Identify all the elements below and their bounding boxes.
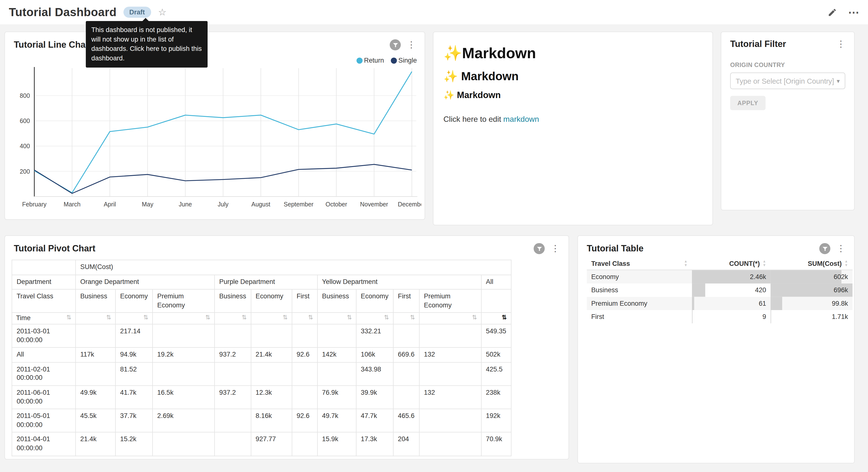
origin-country-label: ORIGIN COUNTRY — [730, 61, 845, 68]
kebab-menu-icon[interactable]: ⋮ — [550, 244, 561, 253]
pivot-row-label: 2011-06-01 00:00:00 — [12, 386, 75, 409]
cell-value: 1.71k — [832, 313, 848, 320]
column-label: SUM(Cost) — [808, 260, 842, 268]
th-inner: COUNT(*)▲▼ — [696, 260, 766, 268]
caret-down-icon: ▼ — [684, 264, 687, 267]
kebab-menu-icon[interactable]: ⋮ — [835, 40, 846, 49]
pivot-col-header: Economy — [115, 289, 153, 313]
pivot-col-header: Business — [75, 289, 115, 313]
caret-down-icon: ▼ — [844, 264, 848, 267]
kebab-menu-icon[interactable]: ⋮ — [835, 244, 846, 253]
markdown-h2: ✨ Markdown — [443, 70, 703, 83]
pivot-cell — [251, 324, 292, 348]
kebab-menu-icon[interactable]: ⋮ — [406, 40, 417, 49]
card-tutorial-table: Tutorial Table ⋮ Travel Class▲▼COUNT(*)▲… — [577, 235, 855, 464]
table-col-header-travel-class[interactable]: Travel Class▲▼ — [587, 258, 692, 270]
svg-text:April: April — [104, 201, 116, 208]
value-bar — [770, 310, 771, 323]
pivot-cell: 21.4k — [251, 348, 292, 362]
pivot-sort-icon[interactable]: ⇅ — [472, 314, 477, 322]
pivot-cell — [153, 432, 215, 456]
legend-item-single[interactable]: Single — [391, 57, 417, 64]
pivot-cell: 238k — [481, 386, 511, 409]
sort-carets-icon[interactable]: ▲▼ — [844, 260, 848, 267]
table-cell-sum: 99.8k — [770, 296, 852, 309]
pivot-cell: 15.2k — [115, 432, 153, 456]
edit-pencil-icon[interactable] — [828, 7, 837, 17]
pivot-cell: 332.21 — [356, 324, 393, 348]
pivot-cell — [292, 324, 317, 348]
svg-text:December: December — [398, 201, 421, 208]
markdown-paragraph: Click here to edit markdown — [443, 115, 703, 123]
pivot-sort-icon[interactable]: ⇅ — [384, 314, 389, 322]
value-bar — [770, 296, 782, 309]
legend-label: Single — [398, 57, 417, 64]
legend-item-return[interactable]: Return — [356, 57, 384, 64]
pivot-sort-icon[interactable]: ⇅ — [106, 314, 111, 322]
pivot-group-header: Yellow Department — [317, 275, 481, 289]
pivot-cell: 15.9k — [317, 432, 356, 456]
cross-filter-icon[interactable] — [390, 39, 401, 50]
pivot-cell — [317, 362, 356, 386]
pivot-row: 2011-03-01 00:00:00217.14332.21549.35 — [12, 324, 511, 348]
pivot-cell — [393, 362, 419, 386]
apply-button[interactable]: APPLY — [730, 96, 765, 110]
pivot-row: All117k94.9k19.2k937.221.4k92.6142k106k6… — [12, 348, 511, 362]
pivot-cell: 142k — [317, 348, 356, 362]
cross-filter-icon[interactable] — [533, 243, 545, 254]
pivot-cell: 549.35 — [481, 324, 511, 348]
pivot-cell — [292, 432, 317, 456]
pivot-sort-cell: ⇅ — [115, 313, 153, 324]
svg-text:June: June — [179, 201, 192, 208]
draft-badge[interactable]: Draft — [123, 7, 151, 18]
pivot-sort-icon[interactable]: ⇅ — [502, 314, 507, 322]
table-col-header-sum-cost[interactable]: SUM(Cost)▲▼ — [770, 258, 852, 270]
pivot-sort-icon[interactable]: ⇅ — [283, 314, 288, 322]
pivot-cell: 92.6 — [292, 409, 317, 432]
pivot-cell: 47.7k — [356, 409, 393, 432]
origin-country-select[interactable]: Type or Select [Origin Country] ▾ — [730, 72, 845, 89]
pivot-cell — [251, 362, 292, 386]
cross-filter-icon[interactable] — [819, 243, 830, 254]
pivot-sort-icon[interactable]: ⇅ — [410, 314, 415, 322]
header-more-icon[interactable]: ⋯ — [848, 7, 859, 18]
pivot-row-label: 2011-02-01 00:00:00 — [12, 362, 75, 386]
pivot-sort-icon[interactable]: ⇅ — [308, 314, 313, 322]
table-col-header-count[interactable]: COUNT(*)▲▼ — [692, 258, 770, 270]
cell-value: 9 — [763, 313, 766, 320]
publish-tooltip: This dashboard is not published, it will… — [86, 21, 208, 67]
svg-text:November: November — [360, 201, 388, 208]
pivot-sort-icon[interactable]: ⇅ — [206, 314, 211, 322]
pivot-col-header: Premium Economy — [419, 289, 482, 313]
sort-carets-icon[interactable]: ▲▼ — [763, 260, 766, 267]
pivot-cell — [214, 432, 251, 456]
line-chart-title: Tutorial Line Chart — [14, 40, 92, 50]
pivot-sort-cell: ⇅ — [214, 313, 251, 324]
markdown-edit-link[interactable]: markdown — [503, 115, 539, 123]
value-bar — [692, 283, 705, 296]
pivot-sort-cell: ⇅ — [356, 313, 393, 324]
sort-carets-icon[interactable]: ▲▼ — [684, 260, 687, 267]
table-cell-travel-class: Economy — [587, 270, 692, 283]
pivot-cell: 8.16k — [251, 409, 292, 432]
pivot-cell: 927.77 — [251, 432, 292, 456]
pivot-wrap: SUM(Cost)DepartmentOrange DepartmentPurp… — [5, 258, 568, 456]
pivot-cell — [75, 362, 115, 386]
pivot-group-header: All — [481, 275, 511, 289]
pivot-sort-cell: ⇅ — [317, 313, 356, 324]
dashboard-header: Tutorial Dashboard Draft ☆ ⋯ — [0, 0, 868, 25]
th-inner: Travel Class▲▼ — [591, 260, 687, 268]
svg-text:200: 200 — [20, 168, 30, 175]
pivot-sort-icon[interactable]: ⇅ — [143, 314, 148, 322]
cell-value: 602k — [834, 273, 848, 281]
table-cell-travel-class: Premium Economy — [587, 296, 692, 309]
select-placeholder: Type or Select [Origin Country] — [736, 77, 834, 85]
star-icon[interactable]: ☆ — [158, 6, 167, 18]
pivot-table: SUM(Cost)DepartmentOrange DepartmentPurp… — [12, 260, 511, 456]
table-cell-count: 9 — [692, 310, 770, 323]
pivot-sort-icon[interactable]: ⇅ — [347, 314, 352, 322]
pivot-sort-icon[interactable]: ⇅ — [242, 314, 247, 322]
pivot-card-title: Tutorial Pivot Chart — [14, 243, 95, 254]
pivot-cell — [419, 362, 482, 386]
pivot-sort-icon[interactable]: ⇅ — [66, 314, 71, 322]
